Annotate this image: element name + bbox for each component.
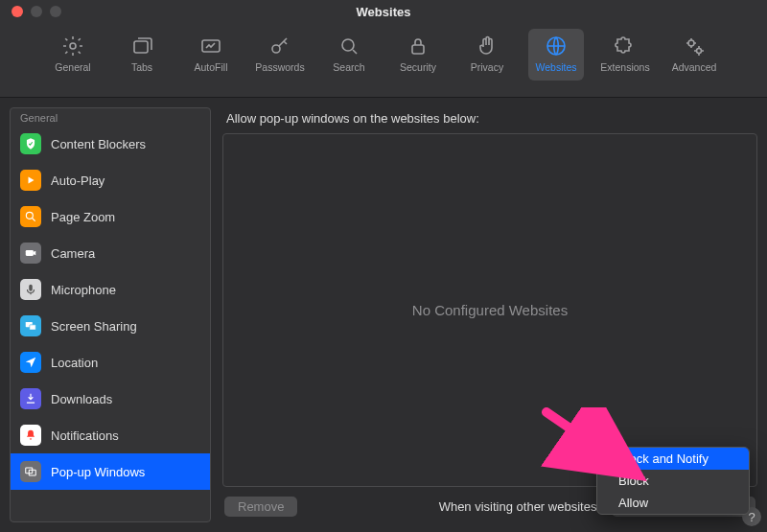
sidebar-item-label: Camera	[51, 246, 95, 261]
toolbar-tab-label: Passwords	[255, 61, 304, 73]
sidebar-item-label: Pop-up Windows	[51, 465, 145, 479]
toolbar-tab-autofill[interactable]: AutoFill	[183, 29, 239, 81]
toolbar-tab-label: Privacy	[471, 61, 503, 73]
svg-point-4	[342, 39, 354, 51]
sidebar-item-label: Microphone	[51, 283, 116, 297]
toolbar-tab-label: Security	[400, 61, 436, 73]
bell-icon	[20, 425, 41, 446]
svg-point-7	[688, 40, 694, 46]
globe-icon	[544, 33, 569, 59]
toolbar-tab-label: Extensions	[600, 61, 649, 73]
svg-rect-10	[26, 250, 34, 256]
empty-state-text: No Configured Websites	[412, 302, 568, 318]
sidebar-item-downloads[interactable]: Downloads	[11, 381, 210, 417]
toolbar-tab-extensions[interactable]: Extensions	[597, 29, 653, 81]
gear-icon	[60, 33, 85, 59]
detail-heading: Allow pop-up windows on the websites bel…	[222, 107, 757, 133]
svg-rect-1	[134, 41, 148, 53]
svg-rect-13	[30, 325, 35, 330]
toolbar-tab-label: Tabs	[131, 61, 152, 73]
sidebar-list: Content BlockersAuto-PlayPage ZoomCamera…	[11, 126, 210, 521]
windows-icon	[20, 461, 41, 482]
menu-item-block-and-notify[interactable]: Block and Notify	[597, 448, 749, 470]
sidebar-item-label: Notifications	[51, 428, 119, 443]
toolbar-tab-label: Search	[333, 61, 364, 73]
remove-button[interactable]: Remove	[224, 497, 297, 517]
toolbar-tab-search[interactable]: Search	[321, 29, 377, 81]
autofill-icon	[198, 33, 223, 59]
sidebar-item-label: Screen Sharing	[51, 319, 137, 334]
svg-point-8	[697, 49, 702, 54]
toolbar-tab-general[interactable]: General	[45, 29, 101, 81]
sidebar-item-page-zoom[interactable]: Page Zoom	[11, 198, 210, 235]
sidebar-item-notifications[interactable]: Notifications	[11, 417, 210, 453]
toolbar-tab-label: Websites	[536, 61, 577, 73]
minimize-window-button[interactable]	[31, 6, 42, 17]
svg-point-3	[272, 45, 280, 53]
sidebar-item-label: Page Zoom	[51, 210, 115, 224]
svg-rect-11	[29, 285, 33, 291]
window-title: Websites	[0, 5, 767, 19]
sidebar-item-label: Content Blockers	[51, 137, 146, 151]
screens-icon	[20, 315, 41, 336]
toolbar-tab-passwords[interactable]: Passwords	[252, 29, 308, 81]
hand-icon	[475, 33, 500, 59]
sidebar-item-label: Downloads	[51, 392, 112, 406]
sidebar-item-pop-up-windows[interactable]: Pop-up Windows	[11, 453, 210, 490]
toolbar-tab-advanced[interactable]: Advanced	[666, 29, 722, 81]
toolbar-tab-tabs[interactable]: Tabs	[114, 29, 170, 81]
sidebar-item-auto-play[interactable]: Auto-Play	[11, 162, 210, 198]
sidebar-item-label: Auto-Play	[51, 173, 105, 188]
camera-icon	[20, 243, 41, 264]
sidebar-item-screen-sharing[interactable]: Screen Sharing	[11, 308, 210, 344]
svg-point-9	[26, 212, 33, 219]
sidebar-item-content-blockers[interactable]: Content Blockers	[11, 126, 210, 162]
zoom-icon	[20, 206, 41, 227]
sidebar-section-header: General	[11, 108, 210, 126]
toolbar-tab-security[interactable]: Security	[390, 29, 446, 81]
toolbar-tab-label: General	[55, 61, 90, 73]
zoom-window-button[interactable]	[50, 6, 61, 17]
close-window-button[interactable]	[12, 6, 23, 17]
sidebar-item-label: Location	[51, 356, 98, 370]
mic-icon	[20, 279, 41, 300]
preferences-toolbar: GeneralTabsAutoFillPasswordsSearchSecuri…	[0, 23, 767, 98]
configured-websites-list[interactable]: No Configured Websites	[222, 133, 757, 487]
toolbar-tab-label: AutoFill	[194, 61, 227, 73]
menu-item-allow[interactable]: Allow	[597, 492, 749, 514]
titlebar: Websites	[0, 0, 767, 23]
download-icon	[20, 388, 41, 409]
svg-point-0	[70, 43, 76, 49]
sidebar-item-microphone[interactable]: Microphone	[11, 271, 210, 308]
toolbar-tab-websites[interactable]: Websites	[528, 29, 584, 81]
svg-rect-5	[412, 45, 424, 54]
search-icon	[337, 33, 361, 59]
popup-menu[interactable]: Block and NotifyBlockAllow	[596, 447, 750, 515]
toolbar-tab-label: Advanced	[672, 61, 717, 73]
sidebar-item-location[interactable]: Location	[11, 344, 210, 381]
puzzle-icon	[613, 33, 638, 59]
other-websites-label: When visiting other websites:	[439, 499, 600, 514]
sidebar-item-camera[interactable]: Camera	[11, 235, 210, 271]
key-icon	[267, 33, 292, 59]
window-controls	[0, 6, 61, 17]
lock-icon	[406, 33, 430, 59]
gears-icon	[682, 33, 707, 59]
menu-item-block[interactable]: Block	[597, 470, 749, 492]
tabs-icon	[129, 33, 154, 59]
toolbar-tab-privacy[interactable]: Privacy	[459, 29, 515, 81]
location-icon	[20, 352, 41, 373]
play-icon	[20, 170, 41, 191]
shield-icon	[20, 133, 41, 154]
settings-sidebar: General Content BlockersAuto-PlayPage Zo…	[10, 107, 211, 522]
